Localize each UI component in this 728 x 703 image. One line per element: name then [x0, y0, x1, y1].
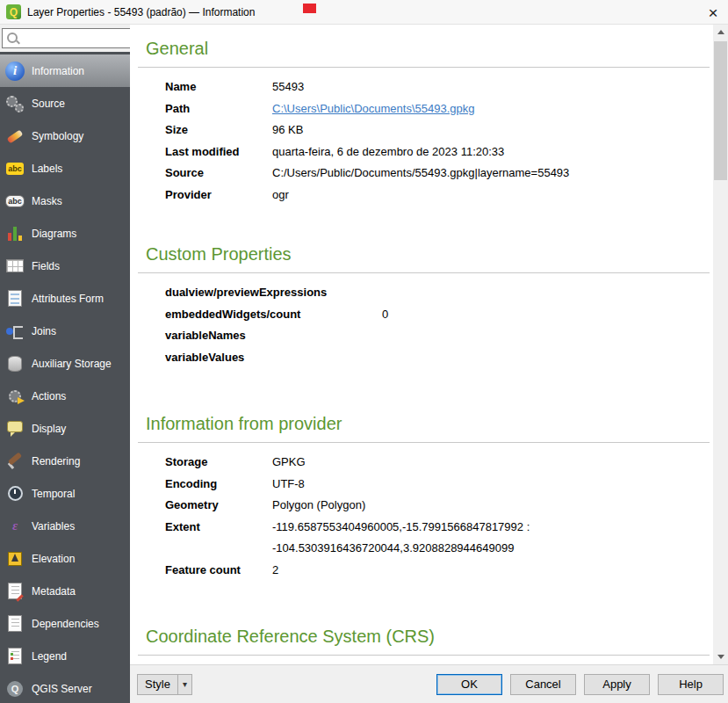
sidebar-item-dependencies[interactable]: Dependencies	[0, 607, 130, 640]
sidebar-item-diagrams[interactable]: Diagrams	[0, 217, 130, 250]
information-panel: General Name 55493 Path C:\Users\Public\…	[130, 25, 713, 664]
close-button[interactable]	[698, 0, 728, 25]
row-label: Feature count	[165, 560, 272, 582]
sidebar-item-elevation[interactable]: Elevation	[0, 542, 130, 575]
section-title-provider-info: Information from provider	[146, 414, 713, 434]
provider-rows: Storage GPKG Encoding UTF-8 Geometry Pol…	[165, 452, 713, 581]
row-label: embeddedWidgets/count	[165, 304, 382, 326]
symbology-icon	[4, 126, 25, 147]
row-value: C:/Users/Public/Documents/55493.gpkg|lay…	[272, 163, 569, 185]
apply-button[interactable]: Apply	[584, 674, 650, 695]
sidebar-item-label: Variables	[32, 520, 75, 533]
scrollbar-thumb[interactable]	[714, 41, 727, 180]
sidebar-item-legend[interactable]: Legend	[0, 640, 130, 672]
sidebar-item-actions[interactable]: Actions	[0, 380, 130, 412]
style-button[interactable]: Style	[137, 674, 192, 695]
variables-icon	[4, 516, 25, 537]
sidebar-item-masks[interactable]: Masks	[0, 185, 130, 217]
masks-icon	[4, 191, 25, 212]
row-value: ogr	[272, 185, 289, 207]
auxiliary-storage-icon	[4, 353, 25, 374]
divider	[138, 67, 710, 68]
sidebar-item-information[interactable]: Information	[0, 54, 130, 87]
sidebar-item-metadata[interactable]: Metadata	[0, 575, 130, 607]
sidebar-item-label: Dependencies	[32, 618, 99, 630]
row-value: 2	[272, 560, 278, 582]
sidebar: Information Source Symbology Labels Mask…	[0, 25, 130, 703]
sidebar-item-temporal[interactable]: Temporal	[0, 477, 130, 510]
divider	[138, 655, 710, 656]
sidebar-item-label: Metadata	[32, 585, 76, 598]
section-provider-info: Information from provider Storage GPKG E…	[130, 414, 713, 581]
section-title-general: General	[146, 39, 713, 59]
help-button[interactable]: Help	[658, 674, 724, 695]
sidebar-item-qgis-server[interactable]: QGIS Server	[0, 672, 130, 703]
row-value: Polygon (Polygon)	[272, 495, 365, 517]
fields-icon	[4, 256, 25, 277]
window-title: Layer Properties - 55493 (padrão) — Info…	[27, 6, 255, 18]
sidebar-item-display[interactable]: Display	[0, 412, 130, 445]
temporal-icon	[4, 483, 25, 504]
dropdown-caret-icon[interactable]	[178, 679, 191, 689]
dependencies-icon	[4, 613, 25, 634]
sidebar-item-auxiliary-storage[interactable]: Auxiliary Storage	[0, 347, 130, 380]
row-label: variableNames	[165, 325, 382, 347]
row-label: Geometry	[165, 495, 272, 517]
row-value: 55493	[272, 76, 304, 98]
ok-button[interactable]: OK	[436, 674, 502, 695]
row-variable-names: variableNames	[165, 325, 713, 347]
qgis-icon: Q	[6, 4, 21, 19]
scroll-up-arrow-icon[interactable]	[713, 25, 728, 40]
sidebar-item-label: Auxiliary Storage	[32, 358, 112, 370]
row-label: Size	[165, 120, 272, 141]
sidebar-item-label: Source	[32, 98, 65, 110]
attributes-form-icon	[4, 288, 25, 309]
diagrams-icon	[4, 223, 25, 244]
sidebar-item-source[interactable]: Source	[0, 87, 130, 120]
sidebar-item-label: Masks	[32, 195, 62, 207]
sidebar-item-labels[interactable]: Labels	[0, 152, 130, 185]
qgis-server-icon	[4, 678, 25, 699]
sidebar-item-label: Diagrams	[32, 228, 76, 240]
divider	[138, 442, 710, 443]
row-label: Name	[165, 76, 272, 98]
row-variable-values: variableValues	[165, 347, 713, 369]
sidebar-item-joins[interactable]: Joins	[0, 315, 130, 347]
row-provider: Provider ogr	[165, 185, 713, 207]
joins-icon	[4, 321, 25, 342]
sidebar-item-label: Legend	[32, 650, 67, 663]
title-bar: Q Layer Properties - 55493 (padrão) — In…	[0, 0, 728, 25]
cancel-button[interactable]: Cancel	[510, 674, 576, 695]
sidebar-item-symbology[interactable]: Symbology	[0, 120, 130, 152]
row-value: UTF-8	[272, 474, 305, 496]
row-last-modified: Last modified quarta-feira, 6 de dezembr…	[165, 141, 713, 163]
sidebar-item-label: Joins	[32, 325, 56, 337]
sidebar-item-attributes-form[interactable]: Attributes Form	[0, 282, 130, 315]
sidebar-item-variables[interactable]: Variables	[0, 510, 130, 542]
scroll-down-arrow-icon[interactable]	[713, 649, 728, 664]
sidebar-list: Information Source Symbology Labels Mask…	[0, 54, 130, 703]
vertical-scrollbar[interactable]	[713, 25, 728, 664]
row-path: Path C:\Users\Public\Documents\55493.gpk…	[165, 98, 713, 120]
section-custom-properties: Custom Properties dualview/previewExpres…	[130, 244, 713, 368]
row-geometry: Geometry Polygon (Polygon)	[165, 495, 713, 517]
sidebar-search-input[interactable]	[19, 28, 130, 48]
row-dualview: dualview/previewExpressions	[165, 282, 713, 304]
row-value: 0	[382, 304, 388, 326]
sidebar-item-label: Display	[32, 423, 66, 435]
sidebar-item-rendering[interactable]: Rendering	[0, 445, 130, 477]
row-label: Source	[165, 163, 272, 185]
row-value: 96 KB	[272, 120, 303, 141]
row-label: Storage	[165, 452, 272, 474]
information-icon	[5, 62, 25, 81]
path-link[interactable]: C:\Users\Public\Documents\55493.gpkg	[272, 98, 475, 120]
sidebar-item-label: QGIS Server	[32, 683, 92, 695]
search-icon	[7, 33, 18, 43]
sidebar-item-fields[interactable]: Fields	[0, 250, 130, 282]
general-rows: Name 55493 Path C:\Users\Public\Document…	[165, 76, 713, 206]
display-icon	[4, 418, 25, 439]
section-title-custom-properties: Custom Properties	[146, 244, 713, 265]
section-crs: Coordinate Reference System (CRS)	[130, 627, 713, 656]
layer-properties-dialog: { "window": { "title": "Layer Properties…	[0, 0, 728, 703]
row-label: Extent	[165, 517, 272, 560]
